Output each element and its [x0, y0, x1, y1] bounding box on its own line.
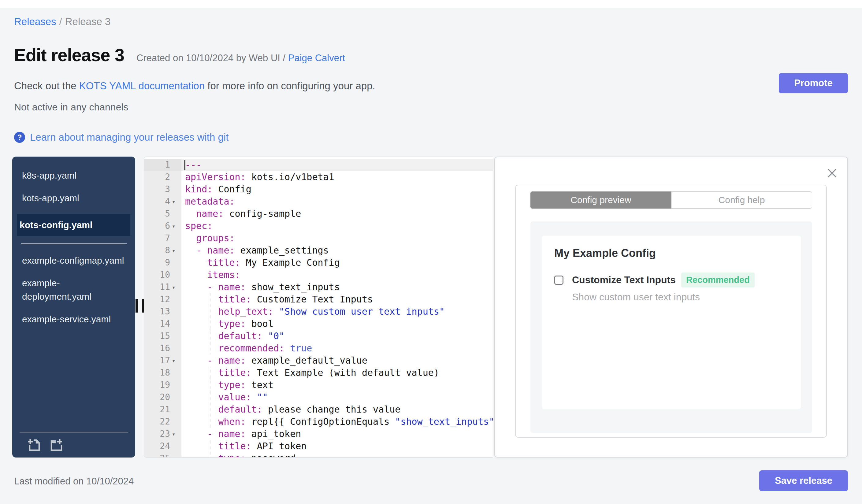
code-line[interactable]: 3kind: Config [144, 183, 493, 196]
code-content[interactable]: value: "" [181, 391, 493, 403]
code-line[interactable]: 20 value: "" [144, 391, 493, 403]
code-line[interactable]: 14 type: bool [144, 318, 493, 330]
yaml-code-editor[interactable]: 1---2apiVersion: kots.io/v1beta13kind: C… [144, 157, 493, 457]
code-line[interactable]: 15 default: "0" [144, 330, 493, 342]
text-cursor [184, 160, 185, 170]
fold-arrow-icon[interactable]: ▾ [172, 244, 181, 256]
code-token-plain [185, 441, 218, 451]
line-gutter: 21 [144, 403, 181, 416]
code-line[interactable]: 11▾ - name: show_text_inputs [144, 281, 493, 293]
config-group-title: My Example Config [554, 247, 656, 260]
add-folder-icon[interactable] [49, 438, 64, 452]
code-content[interactable]: default: please change this value [181, 403, 493, 416]
code-line[interactable]: 18 title: Text Example (with default val… [144, 367, 493, 379]
code-token-str: "Show custom user text inputs" [279, 306, 445, 317]
code-token-plain: show_text_inputs [246, 282, 340, 292]
line-gutter: 19 [144, 379, 181, 391]
breadcrumb-releases-link[interactable]: Releases [14, 16, 56, 27]
code-content[interactable]: metadata: [181, 196, 493, 208]
fold-arrow-icon[interactable]: ▾ [172, 355, 181, 367]
line-gutter: 22 [144, 416, 181, 428]
indent-guide [210, 342, 210, 355]
line-gutter: 7 [144, 232, 181, 244]
code-content[interactable]: title: My Example Config [181, 256, 493, 269]
code-token-plain: API token [251, 441, 307, 451]
line-gutter: 11▾ [144, 281, 181, 293]
file-item-example-configmap.yaml[interactable]: example-configmap.yaml [19, 254, 128, 267]
code-token-plain [185, 453, 218, 457]
file-item-kots-app.yaml[interactable]: kots-app.yaml [19, 191, 128, 205]
code-content[interactable]: spec: [181, 220, 493, 232]
code-line[interactable]: 9 title: My Example Config [144, 256, 493, 269]
code-content[interactable]: recommended: true [181, 342, 493, 355]
code-line[interactable]: 22 when: repl{{ ConfigOptionEquals "show… [144, 416, 493, 428]
code-content[interactable]: groups: [181, 232, 493, 244]
code-content[interactable]: default: "0" [181, 330, 493, 342]
code-content[interactable]: - name: example_default_value [181, 355, 493, 367]
file-item-kots-config.yaml[interactable]: kots-config.yaml [17, 214, 130, 236]
code-content[interactable]: when: repl{{ ConfigOptionEquals "show_te… [181, 416, 493, 428]
line-number: 6 [165, 220, 172, 232]
code-line[interactable]: 7 groups: [144, 232, 493, 244]
fold-arrow-icon[interactable]: ▾ [172, 196, 181, 208]
git-releases-link[interactable]: Learn about managing your releases with … [30, 132, 228, 143]
kots-yaml-doc-link[interactable]: KOTS YAML documentation [79, 80, 205, 91]
tab-config-preview[interactable]: Config preview [531, 191, 671, 209]
fold-arrow-icon[interactable]: ▾ [172, 220, 181, 232]
indent-guide [210, 440, 210, 452]
code-content[interactable]: items: [181, 269, 493, 281]
save-release-button[interactable]: Save release [759, 470, 848, 491]
code-content[interactable]: - name: show_text_inputs [181, 281, 493, 293]
code-token-key: metadata: [185, 196, 235, 207]
code-token-key: title: [218, 294, 251, 305]
code-token-key: name: [196, 208, 224, 219]
fold-arrow-icon[interactable]: ▾ [172, 281, 181, 293]
fold-arrow-icon[interactable]: ▾ [172, 428, 181, 440]
code-content[interactable]: name: config-sample [181, 208, 493, 220]
doc-line: Check out the KOTS YAML documentation fo… [14, 80, 375, 92]
add-file-icon[interactable] [26, 438, 41, 452]
code-line[interactable]: 10 items: [144, 269, 493, 281]
code-content[interactable]: apiVersion: kots.io/v1beta1 [181, 171, 493, 183]
line-gutter: 9 [144, 256, 181, 269]
code-line[interactable]: 19 type: text [144, 379, 493, 391]
code-content[interactable]: title: Text Example (with default value) [181, 367, 493, 379]
code-line[interactable]: 8▾ - name: example_settings [144, 244, 493, 256]
code-line[interactable]: 21 default: please change this value [144, 403, 493, 416]
code-line[interactable]: 23▾ - name: api_token [144, 428, 493, 440]
code-line[interactable]: 4▾metadata: [144, 196, 493, 208]
code-content[interactable]: - name: api_token [181, 428, 493, 440]
code-line[interactable]: 5 name: config-sample [144, 208, 493, 220]
code-line[interactable]: 25 type: password [144, 452, 493, 457]
created-user-link[interactable]: Paige Calvert [288, 53, 345, 63]
question-icon: ? [14, 132, 25, 143]
code-line[interactable]: 2apiVersion: kots.io/v1beta1 [144, 171, 493, 183]
code-line[interactable]: 6▾spec: [144, 220, 493, 232]
code-line[interactable]: 16 recommended: true [144, 342, 493, 355]
config-item-label: Customize Text Inputs [572, 274, 676, 286]
code-line[interactable]: 17▾ - name: example_default_value [144, 355, 493, 367]
code-content[interactable]: type: bool [181, 318, 493, 330]
code-content[interactable]: kind: Config [181, 183, 493, 196]
file-item-example-service.yaml[interactable]: example-service.yaml [19, 313, 128, 326]
code-token-plain [185, 208, 196, 219]
code-content[interactable]: title: Customize Text Inputs [181, 293, 493, 306]
customize-text-inputs-checkbox[interactable] [554, 276, 563, 285]
indent-guide [210, 293, 210, 306]
code-content[interactable]: help_text: "Show custom user text inputs… [181, 306, 493, 318]
code-content[interactable]: type: text [181, 379, 493, 391]
promote-button[interactable]: Promote [779, 73, 848, 93]
file-item-example-deployment.yaml[interactable]: example-deployment.yaml [19, 277, 128, 303]
code-content[interactable]: --- [181, 159, 493, 171]
code-line[interactable]: 12 title: Customize Text Inputs [144, 293, 493, 306]
code-content[interactable]: type: password [181, 452, 493, 457]
code-content[interactable]: title: API token [181, 440, 493, 452]
close-icon[interactable] [825, 167, 839, 180]
line-number: 3 [165, 183, 172, 196]
code-content[interactable]: - name: example_settings [181, 244, 493, 256]
tab-config-help[interactable]: Config help [671, 191, 812, 209]
code-line[interactable]: 1--- [144, 159, 493, 171]
code-line[interactable]: 24 title: API token [144, 440, 493, 452]
file-item-k8s-app.yaml[interactable]: k8s-app.yaml [19, 169, 128, 182]
code-line[interactable]: 13 help_text: "Show custom user text inp… [144, 306, 493, 318]
